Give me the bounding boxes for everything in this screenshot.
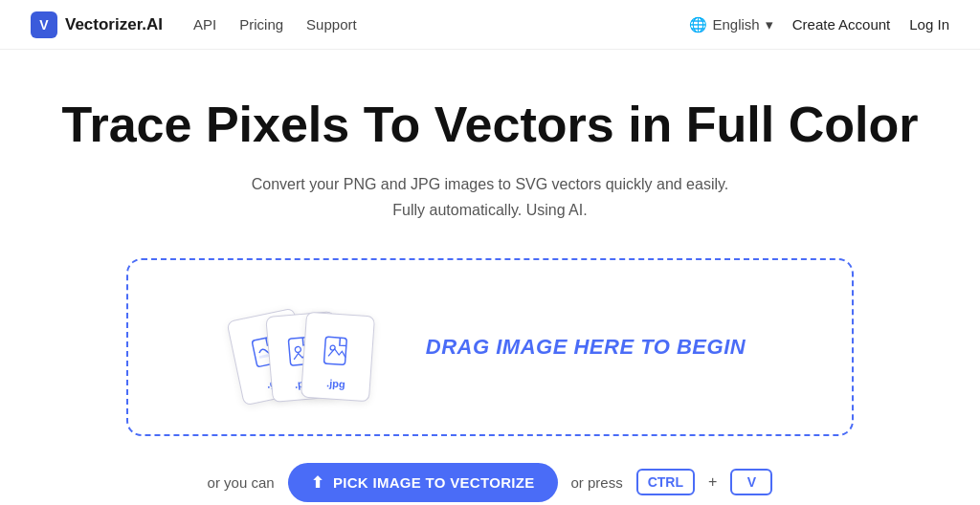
v-key: V [730,469,772,495]
pick-button-label: PICK IMAGE TO VECTORIZE [333,474,535,491]
navbar-right: 🌐 English ▾ Create Account Log In [689,16,949,33]
nav-link-api[interactable]: API [193,16,216,33]
upload-icon: ⬆ [311,473,323,492]
drop-zone-wrapper: .gif .png [19,258,961,436]
logo-icon: V [31,11,57,38]
chevron-down-icon: ▾ [766,16,773,33]
or-press-label: or press [571,474,623,491]
language-selector[interactable]: 🌐 English ▾ [689,16,773,33]
globe-icon: 🌐 [689,16,707,33]
login-link[interactable]: Log In [909,16,949,33]
language-label: English [713,16,760,33]
hero-subtitle-line1: Convert your PNG and JPG images to SVG v… [252,176,729,192]
file-stack-illustration: .gif .png [234,295,388,400]
logo[interactable]: V Vectorizer.AI [31,11,163,38]
nav-link-pricing[interactable]: Pricing [239,16,283,33]
hero-subtitle: Convert your PNG and JPG images to SVG v… [19,171,961,223]
nav-links: API Pricing Support [193,16,357,33]
ctrl-key: CTRL [636,469,695,495]
hero-title: Trace Pixels To Vectors in Full Color [19,98,961,152]
hero-section: Trace Pixels To Vectors in Full Color Co… [0,50,980,505]
pick-image-button[interactable]: ⬆ PICK IMAGE TO VECTORIZE [288,463,558,502]
file-card-jpg: .jpg [301,311,375,402]
file-label-jpg: .jpg [326,377,345,389]
navbar: V Vectorizer.AI API Pricing Support 🌐 En… [0,0,980,50]
or-you-can-label: or you can [208,474,275,491]
plus-sign: + [708,473,717,491]
pick-row: or you can ⬆ PICK IMAGE TO VECTORIZE or … [19,463,961,505]
hero-subtitle-line2: Fully automatically. Using AI. [392,202,587,218]
logo-text: Vectorizer.AI [65,15,163,34]
drag-text: DRAG IMAGE HERE TO BEGIN [426,335,746,360]
navbar-left: V Vectorizer.AI API Pricing Support [31,11,357,38]
drop-zone[interactable]: .gif .png [126,258,854,436]
nav-link-support[interactable]: Support [306,16,357,33]
create-account-link[interactable]: Create Account [792,16,891,33]
